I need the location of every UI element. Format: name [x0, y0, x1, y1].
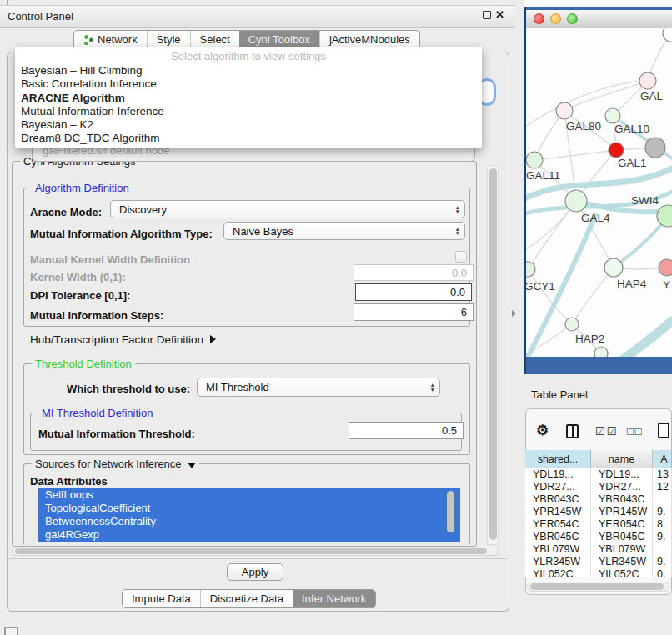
- network-node-swi4[interactable]: [657, 205, 672, 227]
- settings-horizontal-scrollbar[interactable]: [12, 547, 499, 556]
- attribute-item-gal4rgexp[interactable]: gal4RGexp: [38, 528, 460, 542]
- document-icon[interactable]: [658, 422, 669, 438]
- minimize-traffic-light-icon[interactable]: [550, 13, 561, 24]
- table-row[interactable]: YPR145WYPR145W9.: [525, 506, 672, 518]
- column-header-a[interactable]: A: [653, 450, 672, 468]
- network-node-gal10[interactable]: [605, 108, 620, 123]
- dropdown-item-aracne-algorithm[interactable]: ARACNE Algorithm: [15, 92, 482, 105]
- network-node-partial-top[interactable]: [663, 28, 672, 42]
- network-node-label: HAP4: [617, 278, 647, 290]
- table-cell: YBL079W: [591, 543, 653, 556]
- column-layout-icon[interactable]: [566, 424, 579, 438]
- settings-vscroll-thumb[interactable]: [489, 168, 497, 540]
- tab-label: Cyni Toolbox: [248, 33, 310, 46]
- network-window-titlebar: [526, 10, 672, 28]
- table-panel-title: Table Panel: [531, 388, 588, 401]
- dropdown-item-bayesian-hill-climbing[interactable]: Bayesian – Hill Climbing: [15, 64, 482, 78]
- table-row[interactable]: YLR345WYLR345W9.: [525, 556, 672, 568]
- mi-steps-field[interactable]: 6: [354, 303, 474, 321]
- dropdown-item-basic-correlation-inference[interactable]: Basic Correlation Inference: [15, 78, 482, 91]
- settings-hscroll-thumb[interactable]: [15, 548, 487, 554]
- attribute-item-selfloops[interactable]: SelfLoops: [38, 488, 460, 502]
- network-node-gcy1[interactable]: [526, 262, 535, 277]
- close-traffic-light-icon[interactable]: [534, 13, 544, 24]
- tab-label: Infer Network: [302, 592, 366, 605]
- column-header-name[interactable]: name: [591, 450, 653, 468]
- screenshot-root: Control Panel ✕ NetworkStyleSelectCyni T…: [0, 0, 672, 635]
- checked-columns-icon[interactable]: ☑☑: [595, 425, 618, 438]
- table-row[interactable]: YDL19...YDL19...13: [525, 468, 672, 481]
- tab-jactivemnodules[interactable]: jActiveMNodules: [319, 31, 419, 48]
- split-pane-grabber[interactable]: [512, 310, 516, 317]
- network-node-salmon-node[interactable]: [659, 259, 672, 276]
- network-edge[interactable]: [534, 150, 616, 160]
- tab-network[interactable]: Network: [74, 31, 147, 48]
- dropdown-item-dream8-dc-tdc-algorithm[interactable]: Dream8 DC_TDC Algorithm: [15, 132, 482, 145]
- tab-cyni-toolbox[interactable]: Cyni Toolbox: [239, 31, 319, 48]
- table-row[interactable]: YBR043CYBR043C: [525, 493, 672, 506]
- network-edge[interactable]: [564, 81, 648, 111]
- network-node-bottom-node[interactable]: [594, 347, 608, 357]
- table-cell: 9.: [653, 531, 672, 543]
- sources-group-label: Sources for Network Inference: [35, 458, 182, 470]
- apply-separator: [8, 558, 508, 559]
- table-row[interactable]: YIL052CYIL052C0.: [525, 568, 672, 578]
- network-node-gal80[interactable]: [556, 102, 573, 119]
- network-node-hap2[interactable]: [565, 318, 579, 331]
- aracne-mode-combobox[interactable]: Discovery ▲▼: [110, 200, 465, 218]
- mi-threshold-field[interactable]: 0.5: [349, 422, 464, 439]
- aracne-mode-value: Discovery: [119, 203, 167, 216]
- tab-select[interactable]: Select: [190, 31, 239, 48]
- network-node-gal11[interactable]: [526, 152, 543, 168]
- dpi-tolerance-value: 0.0: [450, 286, 465, 298]
- table-row[interactable]: YER054CYER054C8.: [525, 518, 672, 531]
- combo-stepper-icon: ▲▼: [450, 227, 460, 236]
- table-row[interactable]: YDR27...YDR27...12: [525, 481, 672, 493]
- mi-threshold-value: 0.5: [442, 424, 457, 437]
- data-attributes-list: SelfLoopsTopologicalCoefficientBetweenne…: [38, 488, 460, 542]
- table-cell: YER054C: [591, 518, 653, 531]
- network-node-hap4[interactable]: [604, 258, 623, 277]
- manual-kernel-checkbox[interactable]: [455, 251, 467, 262]
- dpi-tolerance-field[interactable]: 0.0: [355, 283, 472, 301]
- close-icon[interactable]: ✕: [495, 8, 504, 21]
- network-canvas[interactable]: GALGAL80GAL10GAL1GAL11GAL4SWI4GCY1HAP4YH…: [526, 28, 672, 357]
- column-header-shared-[interactable]: shared...: [525, 450, 591, 468]
- mi-algorithm-type-label: Mutual Information Algorithm Type:: [30, 228, 213, 240]
- gear-icon[interactable]: ⚙: [536, 422, 549, 439]
- mi-steps-value: 6: [461, 306, 467, 318]
- network-node-gal4[interactable]: [565, 190, 587, 212]
- dock-panel-icon[interactable]: [4, 627, 18, 635]
- network-node-gal-top[interactable]: [639, 72, 656, 89]
- which-threshold-combobox[interactable]: MI Threshold ▲▼: [197, 378, 440, 397]
- unchecked-columns-icon[interactable]: □□: [627, 425, 644, 438]
- tab-style[interactable]: Style: [147, 31, 190, 48]
- network-node-label: GCY1: [526, 280, 555, 292]
- network-edge[interactable]: [572, 268, 614, 324]
- tab-impute-data[interactable]: Impute Data: [123, 590, 200, 608]
- attribute-list-scrollbar[interactable]: [447, 491, 454, 532]
- network-edge[interactable]: [576, 201, 614, 268]
- table-hscroll-thumb[interactable]: [530, 583, 664, 590]
- float-window-icon[interactable]: [483, 11, 491, 19]
- table-cell: 8.: [653, 518, 672, 531]
- network-node-gray-node[interactable]: [645, 138, 665, 158]
- sources-group-title[interactable]: Sources for Network Inference: [32, 458, 199, 470]
- table-row[interactable]: YBL079WYBL079W: [525, 543, 672, 556]
- tab-infer-network[interactable]: Infer Network: [293, 590, 375, 608]
- background-strip: [524, 0, 672, 7]
- dropdown-item-bayesian-k2[interactable]: Bayesian – K2: [15, 118, 482, 132]
- kernel-width-field[interactable]: 0.0: [354, 264, 474, 281]
- hub-definition-expander[interactable]: Hub/Transcription Factor Definition: [30, 332, 216, 347]
- apply-button[interactable]: Apply: [227, 563, 283, 581]
- table-horizontal-scrollbar[interactable]: [527, 582, 670, 592]
- table-row[interactable]: YBR045CYBR045C9.: [525, 531, 672, 543]
- network-node-gal1[interactable]: [609, 142, 624, 158]
- zoom-traffic-light-icon[interactable]: [567, 13, 578, 24]
- attribute-item-topologicalcoefficient[interactable]: TopologicalCoefficient: [38, 502, 460, 515]
- mi-algorithm-type-combobox[interactable]: Naive Bayes ▲▼: [223, 222, 465, 240]
- tab-discretize-data[interactable]: Discretize Data: [200, 590, 293, 608]
- dropdown-item-mutual-information-inference[interactable]: Mutual Information Inference: [15, 105, 482, 118]
- settings-vertical-scrollbar[interactable]: [487, 165, 499, 545]
- attribute-item-betweennesscentrality[interactable]: BetweennessCentrality: [38, 515, 460, 528]
